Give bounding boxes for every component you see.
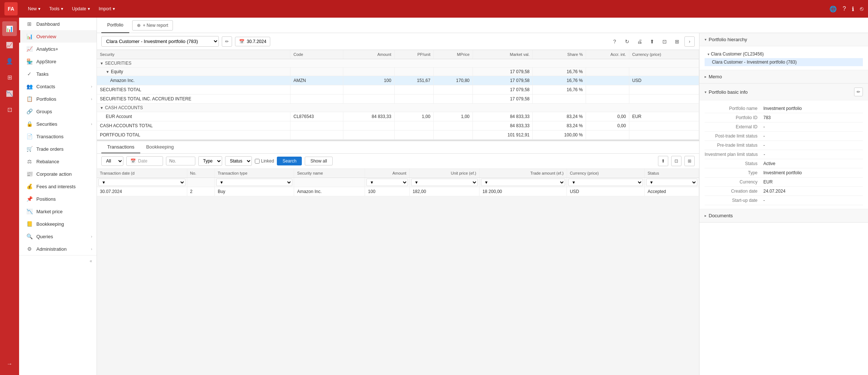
sidebar-item-marketprice[interactable]: 📉 Market price — [19, 205, 97, 218]
col-trans-status[interactable]: Status — [644, 169, 699, 178]
grid-icon[interactable]: ⊞ — [684, 156, 695, 166]
portfolio-edit-button[interactable]: ✏ — [222, 36, 232, 47]
nav-update[interactable]: Update ▾ — [68, 4, 94, 14]
icon-bar-dashboard[interactable]: ⊞ — [2, 70, 17, 85]
nav-new[interactable]: New ▾ — [23, 4, 45, 14]
icon-bar-analytics[interactable]: 📈 — [2, 38, 17, 52]
sidebar-item-contacts[interactable]: 👥 Contacts › — [19, 80, 97, 93]
export-icon[interactable]: ⬆ — [647, 36, 657, 47]
globe-icon[interactable]: 🌐 — [829, 6, 837, 12]
col-trans-unitprice[interactable]: Unit price (ef.) — [409, 169, 479, 178]
tab-bookkeeping[interactable]: Bookkeeping — [140, 141, 180, 153]
content-area: Portfolio ⊕ + New report Clara Customer … — [97, 18, 868, 375]
table-export-icon[interactable]: ⊡ — [659, 36, 670, 47]
forward-arrow-button[interactable]: › — [684, 36, 695, 47]
tradeorders-icon: 🛒 — [26, 146, 33, 152]
grid-view-icon[interactable]: ⊞ — [672, 36, 682, 47]
sidebar-item-analytics[interactable]: 📈 Analytics+ — [19, 43, 97, 55]
linked-checkbox-label[interactable]: Linked — [255, 158, 274, 164]
sidebar-collapse-btn[interactable]: « — [19, 255, 97, 267]
sidebar-item-fees[interactable]: 💰 Fees and interests — [19, 180, 97, 193]
sidebar-item-overview[interactable]: 📊 Overview — [19, 30, 97, 43]
sidebar-item-transactions[interactable]: 📄 Transactions — [19, 130, 97, 143]
logout-icon[interactable]: ⎋ — [860, 6, 864, 12]
export-csv-icon[interactable]: ⬆ — [658, 156, 668, 166]
col-trans-security[interactable]: Security name — [294, 169, 365, 178]
amount-sort-select[interactable]: ▼ — [366, 179, 408, 186]
col-trans-tradeamount[interactable]: Trade amount (ef.) — [479, 169, 567, 178]
info-icon[interactable]: ℹ — [852, 6, 854, 12]
help-circle-icon[interactable]: ? — [610, 36, 620, 47]
sidebar-item-label: AppStore — [36, 59, 92, 64]
table-row[interactable]: Amazon Inc. AMZN 100 151,67 170,80 17 07… — [97, 76, 699, 85]
portfolio-select[interactable]: Clara Customer - Investment portfolio (7… — [101, 36, 219, 47]
type-sort-select[interactable]: ▼ — [216, 179, 292, 186]
currency-sort-select[interactable]: ▼ — [568, 179, 643, 186]
date-input[interactable]: 📅 30.7.2024 — [235, 37, 270, 46]
app-logo: FA — [4, 2, 18, 15]
nav-tools[interactable]: Tools ▾ — [45, 4, 68, 14]
portfolio-info-header[interactable]: Portfolio basic info ✏ — [699, 84, 868, 100]
unitprice-sort-select[interactable]: ▼ — [411, 179, 478, 186]
tree-child-item[interactable]: Clara Customer - Investment portfolio (7… — [705, 58, 863, 66]
icon-bar-arrow[interactable]: → — [2, 357, 17, 371]
sidebar-item-dashboard[interactable]: ⊞ Dashboard — [19, 18, 97, 30]
toggle-icon[interactable]: ▼ — [100, 61, 104, 65]
toggle-icon[interactable]: ▼ — [100, 106, 104, 110]
show-all-button[interactable]: Show all — [305, 157, 332, 165]
date-sort-select[interactable]: ▼ — [98, 179, 185, 186]
no-filter-input[interactable] — [166, 157, 195, 165]
print-icon[interactable]: 🖨 — [634, 36, 645, 47]
sidebar-item-portfolios[interactable]: 📋 Portfolios › — [19, 93, 97, 105]
sidebar-item-rebalance[interactable]: ⚖ Rebalance — [19, 155, 97, 168]
search-button[interactable]: Search — [277, 157, 302, 165]
tab-portfolio[interactable]: Portfolio — [101, 18, 129, 33]
sidebar-item-securities[interactable]: 🔒 Securities › — [19, 118, 97, 130]
sidebar-item-administration[interactable]: ⚙ Administration › — [19, 243, 97, 255]
status-sort-select[interactable]: ▼ — [646, 179, 697, 186]
nav-import[interactable]: Import ▾ — [94, 4, 119, 14]
type-filter-select[interactable]: Type — [198, 156, 222, 166]
portfolio-info-section: Portfolio basic info ✏ Portfolio name In… — [699, 84, 868, 209]
filter-all-select[interactable]: All — [101, 156, 123, 166]
documents-header[interactable]: Documents — [699, 209, 868, 222]
sidebar-item-appstore[interactable]: 🏪 AppStore — [19, 55, 97, 68]
sidebar-item-positions[interactable]: 📌 Positions — [19, 193, 97, 205]
sidebar-item-bookkeeping[interactable]: 📒 Bookkeeping — [19, 218, 97, 230]
date-filter[interactable]: 📅 Date — [126, 156, 163, 166]
tradeamt-sort-select[interactable]: ▼ — [481, 179, 565, 186]
memo-header[interactable]: Memo — [699, 70, 868, 83]
table-row[interactable]: EUR Account CL876543 84 833,33 1,00 1,00… — [97, 112, 699, 121]
table-row[interactable]: 30.07.2024 2 Buy Amazon Inc. 100 182,00 … — [97, 187, 699, 196]
help-icon[interactable]: ? — [843, 6, 846, 12]
linked-checkbox[interactable] — [255, 159, 260, 164]
icon-bar-grid2[interactable]: ⊡ — [2, 102, 17, 117]
icon-bar-user[interactable]: 👤 — [2, 54, 17, 68]
refresh-icon[interactable]: ↻ — [622, 36, 632, 47]
table-row: PORTFOLIO TOTAL 101 912,91 100,00 % — [97, 131, 699, 140]
tree-parent-item[interactable]: Clara Customer (CL23456) — [705, 50, 863, 58]
arrow-icon: › — [91, 85, 92, 89]
portfolio-edit-icon[interactable]: ✏ — [854, 88, 863, 96]
icon-bar-portfolio[interactable]: 📊 — [2, 21, 17, 36]
sidebar-item-label: Groups — [36, 109, 92, 114]
sidebar-item-queries[interactable]: 🔍 Queries › — [19, 230, 97, 243]
calendar-icon: 📅 — [239, 39, 245, 44]
sidebar-item-tradeorders[interactable]: 🛒 Trade orders — [19, 143, 97, 155]
toggle-icon[interactable]: ▼ — [106, 70, 109, 74]
col-trans-type[interactable]: Transaction type — [214, 169, 294, 178]
col-trans-no[interactable]: No. — [187, 169, 214, 178]
status-filter-select[interactable]: Status — [225, 156, 252, 166]
export-table-icon[interactable]: ⊡ — [671, 156, 681, 166]
portfolio-hierarchy-header[interactable]: Portfolio hierarchy — [699, 33, 868, 46]
tab-transactions[interactable]: Transactions — [101, 141, 140, 153]
col-trans-currency[interactable]: Currency (price) — [567, 169, 644, 178]
icon-bar-chart[interactable]: 📉 — [2, 86, 17, 101]
new-report-button[interactable]: ⊕ + New report — [132, 20, 173, 31]
sidebar-item-corporate[interactable]: 📰 Corporate action — [19, 168, 97, 180]
sidebar-item-groups[interactable]: 🔗 Groups — [19, 105, 97, 118]
portfolio-table-container: Security Code Amount PP/unit MPrice Mark… — [97, 50, 699, 140]
col-trans-date[interactable]: Transaction date (d — [97, 169, 187, 178]
col-trans-amount[interactable]: Amount — [365, 169, 409, 178]
sidebar-item-tasks[interactable]: ✓ Tasks — [19, 68, 97, 80]
